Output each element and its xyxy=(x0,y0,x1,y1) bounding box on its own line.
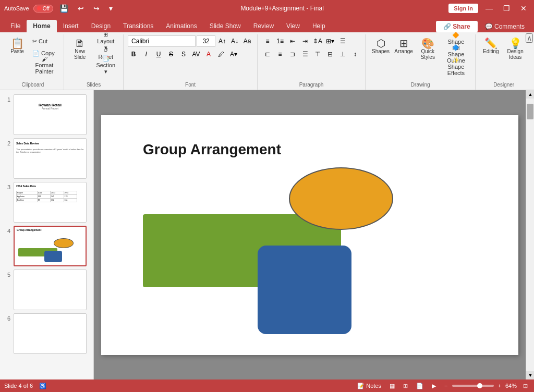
slide-item-2[interactable]: 2 Sales Data Review This presentation pr… xyxy=(3,138,90,179)
slide-canvas-area[interactable]: Group Arrangement xyxy=(94,90,526,379)
notes-button[interactable]: 📝 Notes xyxy=(355,382,383,390)
fit-to-window-button[interactable]: ⊡ xyxy=(521,382,530,390)
slide-item-4[interactable]: 4 Group Arrangement xyxy=(3,226,90,266)
view-reading-button[interactable]: 📄 xyxy=(414,382,426,390)
tab-view[interactable]: View xyxy=(280,20,306,32)
align-middle-button[interactable]: ⊟ xyxy=(324,48,336,60)
tab-animations[interactable]: Animations xyxy=(160,20,203,32)
arrange-button[interactable]: ⊞ Arrange xyxy=(393,35,415,57)
shape-effects-button[interactable]: ✨ Shape Effects xyxy=(441,60,471,72)
close-button[interactable]: ✕ xyxy=(517,3,530,14)
ribbon-collapse-button[interactable]: ∧ xyxy=(526,33,533,43)
increase-indent-button[interactable]: ⇥ xyxy=(299,35,311,47)
font-size-input[interactable] xyxy=(197,35,215,47)
tab-slideshow[interactable]: Slide Show xyxy=(203,20,247,32)
redo-button[interactable]: ↪ xyxy=(90,3,103,14)
italic-button[interactable]: I xyxy=(140,48,152,60)
autosave-toggle[interactable]: Off xyxy=(33,5,53,13)
scroll-up-button[interactable]: ▲ xyxy=(526,90,534,99)
accessibility-button[interactable]: ♿ xyxy=(37,382,48,390)
tab-review[interactable]: Review xyxy=(247,20,280,32)
view-slide-sorter-button[interactable]: ⊞ xyxy=(401,382,410,390)
slide-panel[interactable]: 1 Rowan Retail Annual Report 2 Sales Dat… xyxy=(0,90,94,379)
design-ideas-icon: 💡 xyxy=(509,38,522,48)
slide-thumb-4[interactable]: Group Arrangement xyxy=(14,226,87,266)
font-increase-button[interactable]: A↑ xyxy=(216,35,228,47)
columns-button[interactable]: ☰ xyxy=(337,35,348,47)
zoom-in-button[interactable]: + xyxy=(496,382,503,389)
align-left-button[interactable]: ⊏ xyxy=(262,48,273,60)
slide-item-5[interactable]: 5 xyxy=(3,270,90,310)
decrease-indent-button[interactable]: ⇤ xyxy=(287,35,298,47)
text-direction-button[interactable]: ⇕A xyxy=(312,35,323,47)
strikethrough-button[interactable]: S xyxy=(165,48,177,60)
blue-rectangle-shape[interactable] xyxy=(258,246,351,334)
tab-transitions[interactable]: Transitions xyxy=(117,20,160,32)
slide-thumb-3[interactable]: 2014 Sales Data Region201220132014 Apple… xyxy=(14,182,87,223)
view-slideshow-button[interactable]: ▶ xyxy=(430,382,438,390)
section-button[interactable]: 📑 Section ▾ xyxy=(92,59,119,71)
view-normal-button[interactable]: ▦ xyxy=(387,382,397,390)
tab-design[interactable]: Design xyxy=(85,20,117,32)
tab-file[interactable]: File xyxy=(4,20,27,32)
quick-styles-button[interactable]: 🎨 Quick Styles xyxy=(416,35,440,63)
more-button[interactable]: ▾ xyxy=(106,3,116,14)
design-ideas-button[interactable]: 💡 Design Ideas xyxy=(503,35,528,63)
paste-button[interactable]: 📋 Paste xyxy=(6,35,28,57)
undo-button[interactable]: ↩ xyxy=(75,3,87,14)
slide-canvas[interactable]: Group Arrangement xyxy=(101,115,518,355)
editing-button[interactable]: ✏️ Editing xyxy=(480,35,502,57)
scroll-down-button[interactable]: ▼ xyxy=(526,371,534,379)
yellow-ellipse-shape[interactable] xyxy=(289,167,393,230)
font-decrease-button[interactable]: A↓ xyxy=(229,35,240,47)
share-button[interactable]: 🔗 Share xyxy=(436,21,478,32)
scroll-thumb[interactable] xyxy=(527,104,533,119)
numbering-button[interactable]: 1≡ xyxy=(274,35,286,47)
align-top-button[interactable]: ⊤ xyxy=(312,48,323,60)
slide3-title: 2014 Sales Data xyxy=(14,182,86,190)
slide-thumb-1[interactable]: Rowan Retail Annual Report xyxy=(14,94,87,135)
save-button[interactable]: 💾 xyxy=(56,3,71,14)
comments-button[interactable]: 💬 Comments xyxy=(480,21,530,32)
zoom-slider[interactable] xyxy=(452,385,494,387)
align-bottom-button[interactable]: ⊥ xyxy=(337,48,348,60)
tab-help[interactable]: Help xyxy=(306,20,332,32)
slide-item-6[interactable]: 6 xyxy=(3,313,90,354)
minimize-button[interactable]: — xyxy=(482,3,496,14)
cut-button[interactable]: ✂ Cut xyxy=(29,35,59,47)
format-painter-button[interactable]: 🖌 Format Painter xyxy=(29,59,59,71)
shadow-button[interactable]: S xyxy=(178,48,189,60)
slide-thumb-5[interactable] xyxy=(14,270,87,310)
justify-button[interactable]: ☰ xyxy=(299,48,311,60)
new-slide-button[interactable]: 🗎 New Slide xyxy=(68,35,91,63)
align-right-button[interactable]: ⊐ xyxy=(287,48,298,60)
editing-icon: ✏️ xyxy=(484,38,497,48)
clipboard-label: Clipboard xyxy=(2,82,64,88)
bullets-button[interactable]: ≡ xyxy=(262,35,273,47)
slide-number-6: 6 xyxy=(3,315,10,322)
clear-format-button[interactable]: Aa xyxy=(241,35,253,47)
zoom-out-button[interactable]: − xyxy=(442,382,450,389)
align-center-button[interactable]: ≡ xyxy=(274,48,286,60)
char-spacing-button[interactable]: AV xyxy=(190,48,202,60)
underline-button[interactable]: U xyxy=(153,48,164,60)
restore-button[interactable]: ❐ xyxy=(500,3,513,14)
font-color-button[interactable]: A xyxy=(203,48,214,60)
tab-home[interactable]: Home xyxy=(27,20,56,32)
convert-smartart-button[interactable]: ⊞▾ xyxy=(324,35,336,47)
font-color2-button[interactable]: A▾ xyxy=(228,48,239,60)
slide-item-1[interactable]: 1 Rowan Retail Annual Report xyxy=(3,94,90,135)
sign-in-button[interactable]: Sign in xyxy=(448,4,478,13)
vertical-scrollbar[interactable]: ▲ ▼ xyxy=(526,90,534,379)
slide-thumb-6[interactable] xyxy=(14,313,87,354)
font-name-input[interactable] xyxy=(128,35,196,47)
layout-button[interactable]: ⊞ Layout ▾ xyxy=(92,35,119,47)
line-spacing-button[interactable]: ↕ xyxy=(349,48,361,60)
bold-button[interactable]: B xyxy=(128,48,139,60)
slide-item-3[interactable]: 3 2014 Sales Data Region201220132014 App… xyxy=(3,182,90,223)
highlight-button[interactable]: 🖊 xyxy=(215,48,227,60)
slide2-title: Sales Data Review xyxy=(14,139,86,148)
shapes-button[interactable]: ⬡ Shapes xyxy=(370,35,392,57)
tab-insert[interactable]: Insert xyxy=(57,20,85,32)
slide-thumb-2[interactable]: Sales Data Review This presentation prov… xyxy=(14,138,87,179)
